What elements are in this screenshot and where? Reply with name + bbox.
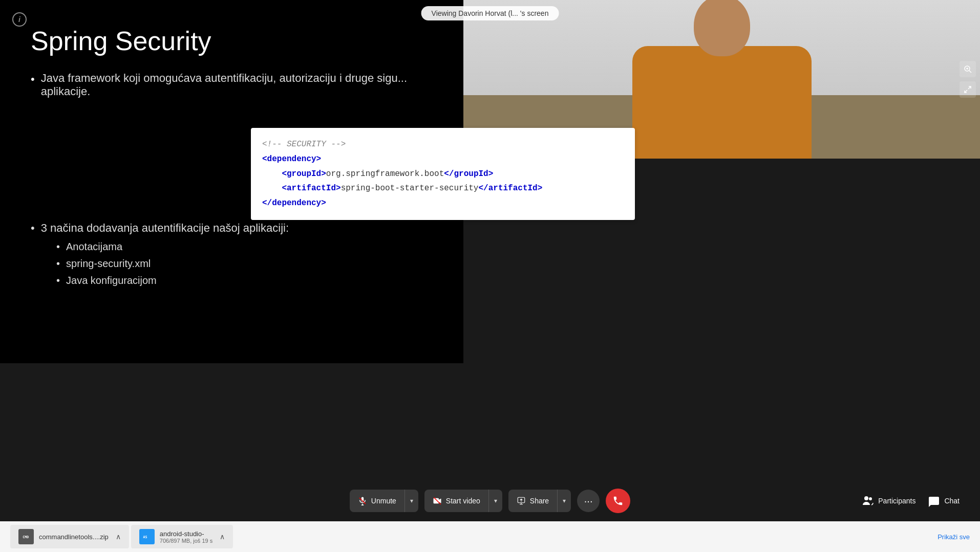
- code-block: <!-- SECURITY --> <dependency> <groupId>…: [251, 128, 635, 220]
- code-comment: <!-- SECURITY -->: [262, 137, 624, 152]
- svg-rect-10: [433, 498, 439, 504]
- toolbar: Unmute ▾ Start video ▾ Share ▾ ···: [0, 480, 980, 521]
- mic-icon: [358, 496, 367, 505]
- unmute-label: Unmute: [371, 497, 396, 505]
- sub-bullets: • Anotacijama • spring-security.xml • Ja…: [56, 241, 289, 286]
- person-head: [694, 0, 750, 56]
- chat-button[interactable]: Chat: [928, 495, 960, 507]
- slide-bullet-text-1: Java framework koji omogućava autentifik…: [41, 72, 407, 85]
- sub-bullet-2: • spring-security.xml: [56, 258, 289, 270]
- svg-text:CMD: CMD: [23, 535, 29, 539]
- info-icon[interactable]: i: [12, 12, 27, 27]
- download-item-1[interactable]: CMD commandlinetools....zip ∧: [10, 525, 129, 548]
- start-video-button-group[interactable]: Start video ▾: [424, 490, 502, 512]
- code-line3: <artifactId>spring-boot-starter-security…: [262, 181, 624, 196]
- show-all-button[interactable]: Prikaži sve: [938, 533, 970, 541]
- chat-label: Chat: [944, 497, 960, 505]
- participants-icon: [862, 495, 874, 507]
- sub-bullet-text-2: spring-security.xml: [66, 258, 151, 270]
- viewing-banner-text: Viewing Davorin Horvat (l... 's screen: [432, 9, 549, 17]
- sub-bullet-3: • Java konfiguracijom: [56, 275, 289, 286]
- share-main-button[interactable]: Share: [508, 490, 557, 512]
- video-icon: [433, 496, 442, 505]
- end-call-icon: [612, 495, 624, 506]
- share-icon: [517, 496, 526, 505]
- unmute-button-group[interactable]: Unmute ▾: [350, 490, 418, 512]
- code-line4: </dependency>: [262, 196, 624, 211]
- android-file-icon: AS: [139, 529, 155, 544]
- zip-file-icon: CMD: [18, 529, 34, 544]
- code-line1: <dependency>: [262, 152, 624, 167]
- download-item-2-chevron[interactable]: ∧: [220, 533, 225, 541]
- share-button-group[interactable]: Share ▾: [508, 490, 571, 512]
- main-bottom-bullet: • 3 načina dodavanja autentifikacije naš…: [31, 222, 289, 235]
- person-body: [632, 46, 812, 159]
- download-item-2-name: android-studio-: [160, 530, 212, 538]
- video-controls[interactable]: [960, 61, 976, 98]
- more-label: ···: [584, 495, 593, 507]
- unmute-main-button[interactable]: Unmute: [350, 490, 404, 512]
- zoom-in-button[interactable]: [960, 61, 976, 77]
- participants-label: Participants: [878, 497, 915, 505]
- download-item-2-info: android-studio- 706/897 MB, još 19 s: [160, 530, 212, 544]
- video-dropdown-arrow[interactable]: ▾: [488, 490, 502, 512]
- download-item-1-name: commandlinetools....zip: [39, 533, 109, 541]
- end-call-button[interactable]: [606, 489, 630, 513]
- svg-line-1: [969, 71, 971, 73]
- show-all-label: Prikaži sve: [938, 533, 970, 541]
- android-icon: AS: [142, 532, 152, 542]
- participants-button[interactable]: Participants: [862, 495, 915, 507]
- share-dropdown-arrow[interactable]: ▾: [557, 490, 571, 512]
- svg-point-13: [864, 496, 868, 500]
- bullet-dot-1: •: [31, 73, 35, 86]
- slide-bullet-text-1b: aplikacije.: [41, 85, 407, 98]
- sub-bullet-1: • Anotacijama: [56, 241, 289, 253]
- download-bar: CMD commandlinetools....zip ∧ AS android…: [0, 521, 980, 552]
- start-video-main-button[interactable]: Start video: [424, 490, 488, 512]
- download-item-2[interactable]: AS android-studio- 706/897 MB, još 19 s …: [131, 525, 233, 548]
- download-item-2-progress: 706/897 MB, još 19 s: [160, 538, 212, 544]
- cmd-icon: CMD: [21, 532, 31, 542]
- share-label: Share: [530, 497, 549, 505]
- more-button[interactable]: ···: [577, 490, 600, 512]
- expand-button[interactable]: [960, 81, 976, 98]
- sub-bullet-text-3: Java konfiguracijom: [66, 275, 157, 286]
- download-item-1-chevron[interactable]: ∧: [116, 533, 121, 541]
- main-bottom-bullet-text: 3 načina dodavanja autentifikacije našoj…: [41, 222, 289, 235]
- svg-point-14: [869, 497, 872, 500]
- toolbar-right-section: Participants Chat: [862, 495, 960, 507]
- download-item-1-info: commandlinetools....zip: [39, 533, 109, 541]
- chat-icon: [928, 495, 940, 507]
- sub-bullet-text-1: Anotacijama: [66, 241, 122, 253]
- start-video-label: Start video: [446, 497, 480, 505]
- svg-text:AS: AS: [143, 535, 147, 539]
- code-line2: <groupId>org.springframework.boot</group…: [262, 167, 624, 182]
- unmute-dropdown-arrow[interactable]: ▾: [404, 490, 418, 512]
- viewing-banner: Viewing Davorin Horvat (l... 's screen: [421, 6, 559, 20]
- slide-bottom-section: • 3 načina dodavanja autentifikacije naš…: [31, 222, 289, 292]
